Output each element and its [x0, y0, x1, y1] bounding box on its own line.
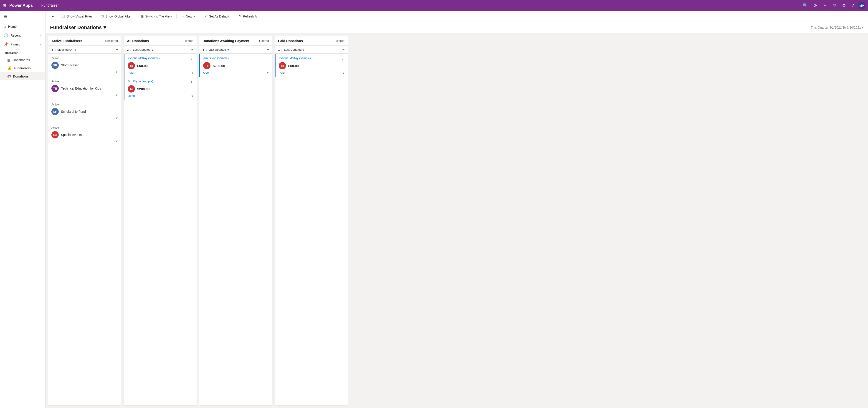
filter-icon[interactable]: ▽ [833, 3, 836, 8]
expand-chevron-paid-yvonne[interactable]: ∨ [342, 71, 344, 74]
donation-more-jim[interactable]: ⋮ [190, 79, 193, 83]
home-label: Home [8, 25, 17, 28]
card-scholarship-fund[interactable]: Active ⋮ SF Scholarship Fund ∨ [48, 100, 121, 123]
refresh-all-button[interactable]: ↻ Refresh All [236, 13, 261, 20]
card-status-storm-relief: Active [52, 57, 59, 60]
card-storm-relief[interactable]: Active ⋮ SR Storm Relief ∨ [48, 54, 121, 77]
pinned-label: Pinned [10, 42, 21, 46]
card-name-storm-relief: Storm Relief [61, 63, 79, 67]
tile-view-icon: ⊞ [141, 14, 144, 19]
view-toggle-paid-donations[interactable]: ≡ [342, 47, 344, 52]
sidebar-item-home[interactable]: ⌂ Home [0, 22, 45, 31]
view-toggle-all-donations[interactable]: ≡ [191, 47, 193, 52]
show-global-filter-label: Show Global Filter [105, 14, 131, 18]
expand-chevron-jim[interactable]: ∨ [191, 94, 193, 98]
switch-tile-view-label: Switch to Tile View [145, 14, 172, 18]
sidebar-item-fundraisers[interactable]: 💰 Fundraisers [0, 64, 45, 72]
count-paid-donations: 1 [278, 48, 280, 52]
show-visual-filter-button[interactable]: 📊 Show Visual Filter [58, 13, 95, 20]
refresh-icon: ↻ [239, 14, 241, 19]
card-avatar-tech-education: TE [52, 85, 59, 92]
view-toggle-active-fundraisers[interactable]: ≡ [116, 47, 118, 52]
show-global-filter-button[interactable]: ▽ Show Global Filter [99, 13, 134, 20]
expand-chevron-awaiting-jim[interactable]: ∨ [267, 71, 269, 74]
donation-awaiting-person-link-jim[interactable]: Jim Glynn (sample) [203, 56, 229, 60]
col-filter-paid-donations: Filtered [335, 39, 344, 42]
expand-chevron-tech-education[interactable]: ∨ [116, 93, 118, 97]
dashboards-icon: ▦ [7, 58, 10, 62]
paid-donation-person-link-yvonne[interactable]: Yvonne McKay (sample) [279, 56, 311, 60]
donation-awaiting-status-jim[interactable]: Open [203, 71, 211, 74]
set-default-button[interactable]: ✓ Set As Default [202, 13, 232, 20]
expand-chevron-storm-relief[interactable]: ∨ [116, 70, 118, 73]
sidebar-item-recent[interactable]: 🕐 Recent ∨ [0, 31, 45, 40]
card-more-special-events[interactable]: ⋮ [114, 126, 118, 130]
refresh-all-label: Refresh All [243, 14, 258, 18]
add-icon[interactable]: ＋ [823, 3, 827, 8]
donation-awaiting-avatar-jim: Te [203, 62, 211, 69]
donation-person-link-jim[interactable]: Jim Glynn (sample) [128, 79, 153, 83]
donation-person-link-yvonne[interactable]: Yvonne McKay (sample) [128, 56, 160, 60]
column-active-fundraisers: Active Fundraisers Unfiltered 4 ↓ Modifi… [48, 36, 121, 405]
top-nav: ⊞ Power Apps | Fundraiser 🔍 ⊙ ＋ ▽ ⚙ ? MP [0, 0, 868, 11]
col-title-active-fundraisers: Active Fundraisers [52, 39, 82, 43]
card-status-tech-education: Active [52, 80, 59, 83]
card-more-scholarship-fund[interactable]: ⋮ [114, 102, 118, 107]
date-filter[interactable]: This Quarter 4/1/2021 To 6/30/2021 ▾ [811, 26, 863, 29]
search-icon[interactable]: 🔍 [803, 3, 808, 8]
sort-field-donations-awaiting[interactable]: Last Updated ∨ [209, 48, 229, 52]
card-more-tech-education[interactable]: ⋮ [114, 79, 118, 83]
cards-paid-donations: Yvonne McKay (sample) ⋮ Te $50.00 Paid ∨ [275, 54, 348, 405]
cards-all-donations: Yvonne McKay (sample) ⋮ Te $50.00 Paid ∨ [124, 54, 196, 405]
paid-donation-more-yvonne[interactable]: ⋮ [341, 56, 344, 60]
fundraisers-icon: 💰 [7, 66, 11, 70]
card-avatar-special-events: Se [52, 131, 59, 138]
view-toggle-donations-awaiting[interactable]: ≡ [267, 47, 269, 52]
expand-chevron-special-events[interactable]: ∨ [116, 139, 118, 143]
expand-chevron-yvonne[interactable]: ∨ [191, 71, 193, 74]
toolbar-divider-3 [176, 14, 177, 19]
card-tech-education[interactable]: Active ⋮ TE Technical Education for Kids… [48, 77, 121, 100]
donation-awaiting-more-jim[interactable]: ⋮ [265, 56, 269, 60]
col-title-paid-donations: Paid Donations [278, 39, 303, 43]
column-paid-donations: Paid Donations Filtered 1 ↓ Last Updated… [275, 36, 348, 405]
new-button[interactable]: ＋ New ∨ [178, 13, 198, 20]
page-header: Fundraiser Donations ▾ This Quarter 4/1/… [45, 22, 868, 33]
sidebar-item-donations[interactable]: 🏷 Donations [0, 72, 45, 80]
content-area: ← 📊 Show Visual Filter ▽ Show Global Fil… [45, 11, 868, 408]
settings-icon[interactable]: ⚙ [842, 3, 846, 8]
card-avatar-storm-relief: SR [52, 62, 59, 69]
card-more-storm-relief[interactable]: ⋮ [114, 56, 118, 60]
expand-chevron-scholarship-fund[interactable]: ∨ [116, 116, 118, 120]
hamburger-button[interactable]: ☰ [0, 11, 45, 22]
page-title[interactable]: Fundraiser Donations ▾ [50, 25, 106, 30]
paid-donation-amount-yvonne: $50.00 [288, 64, 299, 68]
home-icon: ⌂ [4, 25, 6, 29]
card-special-events[interactable]: Active ⋮ Se Special events ∨ [48, 123, 121, 146]
donation-more-yvonne[interactable]: ⋮ [190, 56, 193, 60]
visual-filter-icon: 📊 [61, 14, 65, 19]
col-header-paid-donations: Paid Donations Filtered [275, 36, 348, 46]
donation-status-yvonne[interactable]: Paid [128, 71, 133, 74]
sort-field-all-donations[interactable]: Last Updated ∨ [133, 48, 154, 52]
donation-avatar-yvonne: Te [128, 62, 135, 69]
help-icon[interactable]: ? [851, 3, 854, 8]
circle-icon[interactable]: ⊙ [814, 3, 817, 8]
sidebar: ☰ ⌂ Home 🕐 Recent ∨ 📌 Pinned ∨ Fundraise… [0, 11, 45, 408]
sidebar-item-dashboards[interactable]: ▦ Dashboards [0, 56, 45, 64]
sort-field-active-fundraisers[interactable]: Modified On ∨ [57, 48, 76, 52]
col-title-donations-awaiting: Donations Awaiting Payment [203, 39, 249, 43]
col-header-all-donations: All Donations Filtered [124, 36, 196, 46]
avatar[interactable]: MP [858, 2, 865, 9]
sort-field-paid-donations[interactable]: Last Updated ∨ [284, 48, 305, 52]
sidebar-item-pinned[interactable]: 📌 Pinned ∨ [0, 40, 45, 48]
grid-icon[interactable]: ⊞ [3, 3, 6, 8]
switch-tile-view-button[interactable]: ⊞ Switch to Tile View [138, 13, 174, 20]
paid-donation-status-yvonne[interactable]: Paid [279, 71, 285, 74]
sort-arrow-active-fundraisers: ↓ [54, 48, 56, 52]
donation-status-jim[interactable]: Open [128, 94, 135, 98]
date-filter-text: This Quarter 4/1/2021 To 6/30/2021 [811, 26, 861, 29]
back-button[interactable]: ← [49, 13, 57, 20]
fundraisers-label: Fundraisers [14, 66, 31, 70]
column-all-donations: All Donations Filtered 2 ↓ Last Updated … [124, 36, 196, 405]
